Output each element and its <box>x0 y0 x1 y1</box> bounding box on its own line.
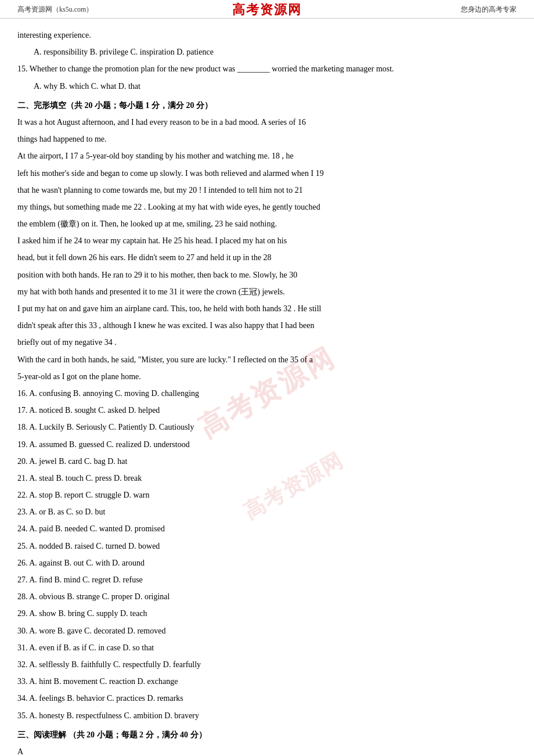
passage-line: head, but it fell down 26 his ears. He d… <box>17 250 517 265</box>
passage-line: things had happened to me. <box>17 132 517 146</box>
section3-sub: A <box>17 744 517 756</box>
question-line: 26. A. against B. out C. with D. around <box>17 556 517 570</box>
question-line: 19. A. assumed B. guessed C. realized D.… <box>17 437 517 452</box>
passage-line: position with both hands. He ran to 29 i… <box>17 268 517 282</box>
section2-title: 二、完形填空（共 20 小题；每小题 1 分，满分 20 分） <box>17 98 517 113</box>
passage-line: my things, but something made me 22 . Lo… <box>17 200 517 214</box>
passage-line: the emblem (徽章) on it. Then, he looked u… <box>17 217 517 231</box>
question-line: 17. A. noticed B. sought C. asked D. hel… <box>17 403 517 417</box>
page: 高考资源网（ks5u.com） 高考资源网 您身边的高考专家 高考资源网 高考资… <box>0 0 534 756</box>
question-line: 35. A. honesty B. respectfulness C. ambi… <box>17 708 517 723</box>
passage-line: briefly out of my negative 34 . <box>17 335 517 350</box>
header-right: 您身边的高考专家 <box>461 5 517 15</box>
question-line: 30. A. wore B. gave C. decorated D. remo… <box>17 624 517 638</box>
question-line: 28. A. obvious B. strange C. proper D. o… <box>17 589 517 604</box>
question-line: 20. A. jewel B. card C. bag D. hat <box>17 454 517 469</box>
question-line: 32. A. selflessly B. faithfully C. respe… <box>17 657 517 672</box>
intro-line: interesting experience. <box>17 28 517 42</box>
header-left: 高考资源网（ks5u.com） <box>17 5 93 15</box>
question-line: 21. A. steal B. touch C. press D. break <box>17 471 517 485</box>
passage-line: At the airport, I 17 a 5-year-old boy st… <box>17 149 517 163</box>
question-line: 16. A. confusing B. annoying C. moving D… <box>17 386 517 401</box>
question-line: 24. A. paid B. needed C. wanted D. promi… <box>17 521 517 536</box>
question-line: 34. A. feelings B. behavior C. practices… <box>17 691 517 705</box>
question-line: 27. A. find B. mind C. regret D. refuse <box>17 573 517 587</box>
q15-options: A. why B. which C. what D. that <box>34 79 517 93</box>
header: 高考资源网（ks5u.com） 高考资源网 您身边的高考专家 <box>0 0 534 19</box>
q14-options: A. responsibility B. privilege C. inspir… <box>34 45 517 59</box>
main-content: interesting experience. A. responsibilit… <box>0 19 534 756</box>
passage-line: 5-year-old as I got on the plane home. <box>17 369 517 384</box>
passage-line: I put my hat on and gave him an airplane… <box>17 301 517 316</box>
question-line: 33. A. hint B. movement C. reaction D. e… <box>17 674 517 689</box>
header-center: 高考资源网 <box>232 1 302 19</box>
passage-line: I asked him if he 24 to wear my captain … <box>17 233 517 248</box>
question-line: 22. A. stop B. report C. struggle D. war… <box>17 488 517 502</box>
q15-text: 15. Whether to change the promotion plan… <box>17 62 517 76</box>
answer-choices: 16. A. confusing B. annoying C. moving D… <box>17 386 517 723</box>
question-line: 23. A. or B. as C. so D. but <box>17 505 517 519</box>
passage-line: With the card in both hands, he said, "M… <box>17 352 517 367</box>
question-line: 31. A. even if B. as if C. in case D. so… <box>17 640 517 655</box>
section3-title: 三、阅读理解 （共 20 小题；每题 2 分，满分 40 分） <box>17 728 517 742</box>
passage-line: It was a hot August afternoon, and I had… <box>17 115 517 129</box>
passage-line: my hat with both hands and presented it … <box>17 285 517 299</box>
question-line: 29. A. show B. bring C. supply D. teach <box>17 606 517 621</box>
passage: It was a hot August afternoon, and I had… <box>17 115 517 384</box>
passage-line: didn't speak after this 33 , although I … <box>17 318 517 333</box>
passage-line: that he wasn't planning to come towards … <box>17 183 517 197</box>
question-line: 25. A. nodded B. raised C. turned D. bow… <box>17 539 517 553</box>
passage-line: left his mother's side and began to come… <box>17 166 517 181</box>
question-line: 18. A. Luckily B. Seriously C. Patiently… <box>17 420 517 434</box>
